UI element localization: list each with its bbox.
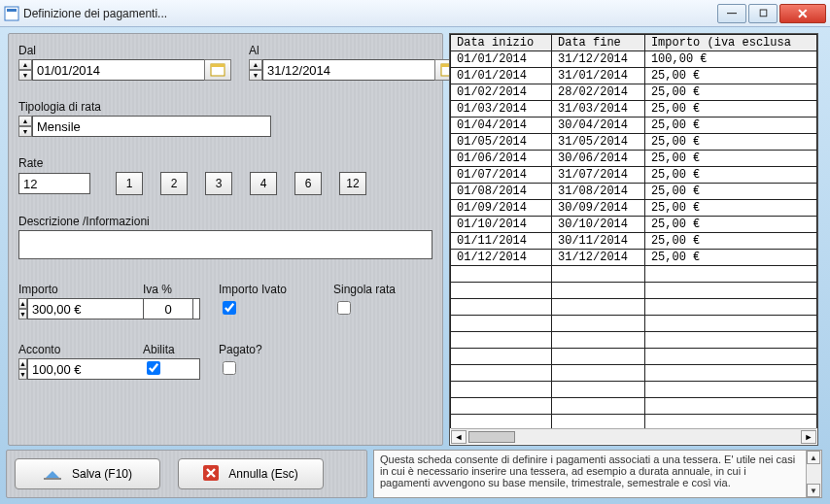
rate-preset-6[interactable]: 6: [294, 172, 322, 195]
rate-preset-1[interactable]: 1: [116, 172, 143, 195]
importo-ivato-checkbox[interactable]: [223, 301, 236, 315]
al-input[interactable]: [262, 59, 435, 81]
rate-preset-12[interactable]: 12: [339, 172, 366, 195]
table-header[interactable]: Data fine: [552, 35, 645, 51]
cancel-button[interactable]: Annulla (Esc): [178, 458, 324, 489]
svg-rect-3: [211, 64, 225, 67]
table-row-empty: [451, 365, 817, 382]
table-cell: 25,00 €: [644, 151, 816, 167]
iva-input[interactable]: [143, 298, 193, 319]
table-row[interactable]: 01/04/201430/04/201425,00 €: [451, 118, 817, 134]
label-iva: Iva %: [143, 283, 201, 296]
scroll-up-arrow[interactable]: ▲: [807, 451, 820, 464]
tipologia-spinner[interactable]: ▲▼: [18, 116, 32, 137]
table-row[interactable]: 01/02/201428/02/201425,00 €: [451, 84, 817, 101]
form-panel: Dal ▲▼ Al ▲▼: [8, 33, 443, 446]
rate-input[interactable]: [18, 173, 90, 194]
cancel-icon: [203, 465, 219, 484]
help-vertical-scrollbar[interactable]: ▲ ▼: [806, 451, 821, 497]
help-text: Questa scheda consente di definire i pag…: [380, 454, 815, 488]
table-cell: 28/02/2014: [552, 84, 645, 101]
svg-rect-6: [44, 478, 61, 480]
importo-spinner[interactable]: ▲▼: [18, 298, 27, 319]
pagato-checkbox[interactable]: [223, 361, 236, 375]
tipologia-input[interactable]: [32, 116, 271, 137]
bottom-strip: Salva (F10) Annulla (Esc) Questa scheda …: [6, 450, 822, 498]
table-cell: 31/12/2014: [552, 51, 645, 68]
table-cell: 01/08/2014: [451, 184, 552, 200]
horizontal-scrollbar[interactable]: ◄ ►: [451, 428, 816, 444]
svg-rect-1: [7, 9, 17, 12]
payments-table-panel: Data inizioData fineImporto (iva esclusa…: [449, 33, 818, 446]
table-cell: 31/01/2014: [552, 68, 645, 84]
label-pagato: Pagato?: [219, 343, 316, 356]
scroll-left-arrow[interactable]: ◄: [451, 430, 467, 444]
table-cell: 01/03/2014: [451, 101, 552, 118]
label-dal: Dal: [18, 44, 231, 57]
maximize-button[interactable]: ☐: [748, 4, 778, 23]
label-tipologia: Tipologia di rata: [18, 100, 432, 114]
table-cell: 01/10/2014: [451, 217, 552, 233]
table-cell: 30/04/2014: [552, 118, 645, 134]
table-row[interactable]: 01/05/201431/05/201425,00 €: [451, 134, 817, 151]
payments-table[interactable]: Data inizioData fineImporto (iva esclusa…: [450, 34, 817, 428]
rate-preset-4[interactable]: 4: [250, 172, 277, 195]
table-cell: 30/10/2014: [552, 217, 645, 233]
table-row[interactable]: 01/01/201431/12/2014100,00 €: [451, 51, 817, 68]
table-row[interactable]: 01/03/201431/03/201425,00 €: [451, 101, 817, 118]
table-cell: 31/03/2014: [552, 101, 645, 118]
minimize-button[interactable]: —: [717, 4, 746, 23]
table-cell: 25,00 €: [644, 84, 816, 101]
table-cell: 01/06/2014: [451, 151, 552, 167]
table-row-empty: [451, 349, 817, 365]
table-cell: 30/09/2014: [552, 200, 645, 217]
app-icon: [4, 6, 19, 21]
table-header[interactable]: Importo (iva esclusa: [644, 35, 816, 51]
close-button[interactable]: ✕: [779, 4, 826, 23]
al-spinner[interactable]: ▲▼: [249, 59, 262, 81]
rate-preset-2[interactable]: 2: [160, 172, 188, 195]
table-row[interactable]: 01/06/201430/06/201425,00 €: [451, 151, 817, 167]
table-row-empty: [451, 283, 817, 299]
table-header[interactable]: Data inizio: [451, 35, 552, 51]
table-row[interactable]: 01/01/201431/01/201425,00 €: [451, 68, 817, 84]
table-row[interactable]: 01/07/201431/07/201425,00 €: [451, 167, 817, 184]
table-row[interactable]: 01/08/201431/08/201425,00 €: [451, 184, 817, 200]
scroll-down-arrow[interactable]: ▼: [807, 484, 820, 497]
table-cell: 100,00 €: [644, 51, 816, 68]
table-row[interactable]: 01/10/201430/10/201425,00 €: [451, 217, 817, 233]
rate-preset-3[interactable]: 3: [205, 172, 232, 195]
table-cell: 01/04/2014: [451, 118, 552, 134]
table-cell: 30/11/2014: [552, 233, 645, 250]
dal-spinner[interactable]: ▲▼: [18, 59, 32, 81]
table-row[interactable]: 01/12/201431/12/201425,00 €: [451, 250, 817, 266]
save-button[interactable]: Salva (F10): [15, 458, 160, 489]
label-abilita: Abilita: [143, 343, 201, 356]
table-cell: 25,00 €: [644, 184, 816, 200]
dal-input[interactable]: [32, 59, 205, 81]
dal-calendar-button[interactable]: [204, 59, 231, 81]
abilita-checkbox[interactable]: [147, 361, 160, 375]
scroll-right-arrow[interactable]: ►: [801, 430, 816, 444]
descrizione-input[interactable]: [18, 230, 432, 259]
table-cell: 01/07/2014: [451, 167, 552, 184]
label-descrizione: Descrizione /Informazioni: [18, 215, 432, 228]
label-singola-rata: Singola rata: [333, 283, 421, 296]
table-cell: 01/05/2014: [451, 134, 552, 151]
table-cell: 01/01/2014: [451, 68, 552, 84]
table-row-empty: [451, 316, 817, 332]
table-cell: 01/01/2014: [451, 51, 552, 68]
save-icon: [43, 465, 62, 484]
singola-rata-checkbox[interactable]: [337, 301, 351, 315]
table-cell: 01/02/2014: [451, 84, 552, 101]
label-importo: Importo: [18, 283, 125, 296]
table-row-empty: [451, 398, 817, 415]
scroll-thumb[interactable]: [468, 431, 515, 443]
table-row[interactable]: 01/09/201430/09/201425,00 €: [451, 200, 817, 217]
label-acconto: Acconto: [18, 343, 125, 356]
acconto-spinner[interactable]: ▲▼: [18, 358, 27, 380]
table-cell: 31/08/2014: [552, 184, 645, 200]
table-row[interactable]: 01/11/201430/11/201425,00 €: [451, 233, 817, 250]
table-row-empty: [451, 415, 817, 429]
table-cell: 25,00 €: [644, 250, 816, 266]
